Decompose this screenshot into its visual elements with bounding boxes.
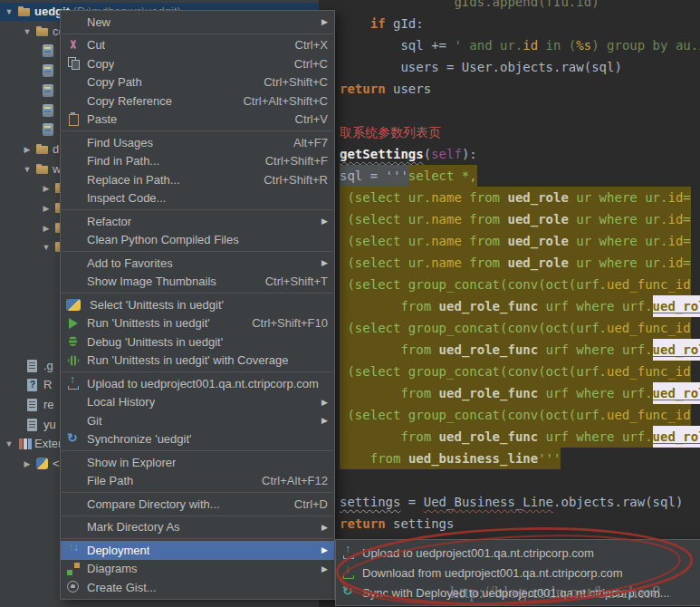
diagrams-icon (66, 562, 81, 576)
chevron-down-icon[interactable]: ▼ (22, 160, 33, 178)
menu-item-inspect-code[interactable]: Inspect Code... (61, 189, 334, 208)
submenu-item-download-from-uedproject001-qa-nt-ctripcorp-com[interactable]: Download from uedproject001.qa.nt.ctripc… (336, 563, 700, 583)
menu-item-run-unittests-in-uedgit-with-coverage[interactable]: Run 'Unittests in uedgit' with Coverage (61, 352, 334, 371)
chevron-right-icon[interactable]: ▶ (22, 455, 33, 473)
menu-separator (62, 251, 333, 252)
blank-icon (66, 135, 81, 149)
download-icon (341, 565, 356, 580)
code-line (340, 469, 700, 491)
menu-item-create-gist[interactable]: Create Gist... (61, 578, 334, 597)
menu-item-add-to-favorites[interactable]: Add to Favorites▶ (61, 254, 334, 273)
blank-icon (66, 75, 81, 90)
submenu-arrow-icon: ▶ (321, 545, 328, 554)
code-line: (select ur.name from ued_role ur where u… (340, 252, 700, 274)
menu-item-label: Copy Reference (87, 94, 172, 108)
menu-item-compare-directory-with[interactable]: Compare Directory with...Ctrl+D (61, 495, 334, 514)
code-line: (select group_concat(conv(oct(urf.ued_fu… (340, 361, 700, 382)
chevron-down-icon[interactable]: ▼ (4, 3, 14, 21)
code-line: (select ur.name from ued_role ur where u… (340, 208, 700, 230)
submenu-item-upload-to-uedproject001-qa-nt-ctripcorp-com[interactable]: Upload to uedproject001.qa.nt.ctripcorp.… (336, 543, 700, 563)
menu-item-label: Create Gist... (87, 581, 157, 594)
menu-item-local-history[interactable]: Local History▶ (61, 393, 334, 412)
menu-item-show-in-explorer[interactable]: Show in Explorer (61, 453, 334, 472)
chevron-right-icon[interactable]: ▶ (41, 179, 52, 198)
editor-area[interactable]: gIds.append(fIu.id) if gId: sql += ' and… (319, 0, 700, 607)
code-line: return settings (340, 513, 700, 535)
folder-icon (36, 27, 49, 38)
blank-icon (66, 413, 81, 428)
menu-item-copy-reference[interactable]: Copy ReferenceCtrl+Alt+Shift+C (61, 92, 334, 111)
menu-item-label: Synchronize 'uedgit' (87, 432, 192, 446)
tree-row-label: d (53, 140, 59, 159)
chevron-right-icon[interactable]: ▶ (41, 219, 52, 237)
context-menu: New▶CutCtrl+XCopyCtrl+CCopy PathCtrl+Shi… (60, 10, 335, 600)
menu-item-debug-unittests-in-uedgit[interactable]: Debug 'Unittests in uedgit' (61, 332, 334, 352)
blank-icon (66, 496, 81, 511)
menu-shortcut: Ctrl+Shift+T (265, 275, 328, 288)
code-line: from ued_role_func urf where urf.ued_rol… (340, 382, 700, 404)
blank-icon (66, 14, 81, 29)
code-line: from ued_role_func urf where urf.ued_rol… (340, 339, 700, 361)
menu-item-paste[interactable]: PasteCtrl+V (61, 111, 334, 130)
blank-icon (66, 172, 81, 187)
sync-icon (66, 432, 81, 447)
menu-item-label: Refactor (87, 215, 131, 228)
menu-separator (62, 371, 333, 372)
menu-item-find-usages[interactable]: Find UsagesAlt+F7 (61, 133, 334, 152)
menu-item-new[interactable]: New▶ (61, 13, 334, 32)
menu-item-label: Clean Python Compiled Files (87, 233, 239, 246)
chevron-down-icon[interactable]: ▼ (22, 23, 33, 41)
submenu-arrow-icon: ▶ (321, 416, 328, 425)
file-icon (27, 399, 37, 411)
code-line: getSettings(self): (340, 143, 700, 165)
menu-item-copy[interactable]: CopyCtrl+C (61, 54, 334, 73)
code-line: (select group_concat(conv(oct(urf.ued_fu… (340, 317, 700, 339)
menu-item-mark-directory-as[interactable]: Mark Directory As▶ (61, 518, 334, 537)
menu-item-run-unittests-in-uedgit[interactable]: Run 'Unittests in uedgit'Ctrl+Shift+F10 (61, 314, 334, 333)
menu-item-cut[interactable]: CutCtrl+X (61, 36, 334, 55)
menu-shortcut: Ctrl+D (294, 497, 328, 511)
menu-item-synchronize-uedgit[interactable]: Synchronize 'uedgit' (61, 430, 334, 449)
menu-item-label: Run 'Unittests in uedgit' with Coverage (87, 353, 288, 367)
menu-item-replace-in-path[interactable]: Replace in Path...Ctrl+Shift+R (61, 170, 334, 189)
tree-row-label: yu (43, 416, 56, 434)
menu-separator (62, 293, 333, 294)
menu-shortcut: Ctrl+Shift+R (264, 173, 328, 187)
chevron-right-icon[interactable]: ▶ (41, 199, 52, 217)
submenu-item-sync-with-deployed-to-uedproject001-qa-nt-ctripcorp-com[interactable]: Sync with Deployed to uedproject001.qa.n… (336, 583, 700, 602)
menu-item-deployment[interactable]: Deployment▶ (61, 541, 334, 560)
menu-item-label: Run 'Unittests in uedgit' (87, 316, 210, 330)
menu-item-label: Inspect Code... (87, 191, 166, 205)
file-icon (27, 360, 37, 372)
menu-item-clean-python-compiled-files[interactable]: Clean Python Compiled Files (61, 231, 334, 250)
menu-separator (62, 34, 333, 34)
menu-shortcut: Ctrl+Alt+F12 (262, 474, 328, 487)
menu-separator (62, 450, 333, 451)
chevron-down-icon[interactable]: ▼ (41, 238, 52, 256)
chevron-down-icon[interactable]: ▼ (4, 435, 14, 453)
menu-item-upload-to-uedproject001-qa-nt-ctripcorp-com[interactable]: Upload to uedproject001.qa.nt.ctripcorp.… (61, 374, 334, 393)
menu-item-find-in-path[interactable]: Find in Path...Ctrl+Shift+F (61, 152, 334, 171)
pyfile-icon (43, 104, 53, 117)
menu-item-label: Replace in Path... (87, 173, 180, 187)
submenu-arrow-icon: ▶ (321, 258, 328, 267)
menu-item-diagrams[interactable]: Diagrams▶ (61, 560, 334, 579)
menu-item-select-unittests-in-uedgit[interactable]: Select 'Unittests in uedgit' (61, 295, 334, 314)
code-line: sql = '''select *, (340, 165, 700, 187)
menu-shortcut: Ctrl+Shift+C (264, 75, 328, 89)
menu-item-copy-path[interactable]: Copy PathCtrl+Shift+C (61, 73, 334, 92)
menu-item-label: Compare Directory with... (87, 497, 220, 511)
menu-item-file-path[interactable]: File PathCtrl+Alt+F12 (61, 472, 334, 491)
menu-item-git[interactable]: Git▶ (61, 411, 334, 430)
chevron-right-icon[interactable]: ▶ (22, 140, 33, 159)
debug-icon (66, 334, 81, 349)
pyfile-icon (43, 44, 53, 57)
menu-item-label: Paste (87, 112, 117, 126)
menu-item-refactor[interactable]: Refactor▶ (61, 212, 334, 231)
code-line: (select group_concat(conv(oct(urf.ued_fu… (340, 404, 700, 426)
blank-icon (66, 474, 81, 488)
blank-icon (66, 455, 81, 469)
menu-item-show-image-thumbnails[interactable]: Show Image ThumbnailsCtrl+Shift+T (61, 273, 334, 292)
submenu-arrow-icon: ▶ (321, 398, 328, 407)
sync2-icon (341, 585, 356, 600)
